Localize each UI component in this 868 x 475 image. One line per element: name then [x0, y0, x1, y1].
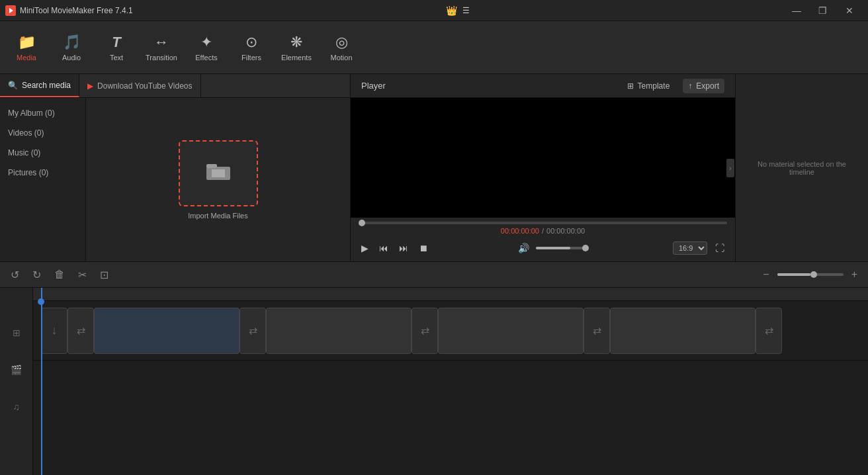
- toolbar-motion-label: Motion: [330, 54, 352, 62]
- menu-icon[interactable]: ☰: [462, 6, 470, 15]
- text-icon: T: [112, 34, 120, 51]
- import-media-box[interactable]: [179, 140, 258, 206]
- sidebar-item-music[interactable]: Music (0): [0, 143, 85, 163]
- progress-bar[interactable]: [359, 222, 727, 224]
- cut-button[interactable]: ✂: [75, 266, 89, 284]
- youtube-tab[interactable]: ▶ Download YouTube Videos: [79, 74, 200, 97]
- sidebar-item-album[interactable]: My Album (0): [0, 103, 85, 123]
- export-icon: ↑: [688, 81, 692, 91]
- motion-icon: ◎: [335, 34, 348, 51]
- volume-area: 🔊: [515, 240, 589, 256]
- video-segment-4[interactable]: [610, 308, 756, 354]
- zoom-out-button[interactable]: −: [760, 266, 771, 283]
- toolbar-text[interactable]: T Text: [95, 24, 138, 71]
- player-header: Player ⊞ Template ↑ Export: [351, 74, 735, 98]
- timeline: ⊞ 🎬 ♫ ↓ ⇄ ⇄ ⇄ ⇄ ⇄: [0, 288, 868, 475]
- toolbar-transition[interactable]: ↔ Transition: [140, 24, 183, 71]
- add-video-segment-button[interactable]: ↓: [41, 308, 67, 354]
- elements-icon: ❋: [290, 34, 302, 51]
- stop-button[interactable]: ⏹: [416, 240, 431, 256]
- crop-button[interactable]: ⊡: [97, 266, 111, 284]
- volume-slider[interactable]: [536, 247, 589, 249]
- volume-knob[interactable]: [582, 245, 589, 251]
- volume-icon[interactable]: 🔊: [515, 240, 532, 256]
- toolbar-motion[interactable]: ◎ Motion: [320, 24, 363, 71]
- youtube-icon: ▶: [87, 81, 93, 91]
- toolbar-filters-label: Filters: [241, 54, 261, 62]
- video-segment-3[interactable]: [438, 308, 584, 354]
- media-tabs: 🔍 Search media ▶ Download YouTube Videos: [0, 74, 350, 98]
- volume-fill: [536, 247, 570, 249]
- playback-buttons: ▶ ⏮ ⏭ ⏹: [359, 240, 431, 256]
- zoom-knob[interactable]: [810, 271, 817, 278]
- add-track-icon[interactable]: ⊞: [13, 327, 21, 338]
- time-total: 00:00:00:00: [546, 227, 585, 235]
- video-preview: [351, 98, 735, 218]
- folder-icon: [206, 161, 230, 185]
- toolbar-effects[interactable]: ✦ Effects: [185, 24, 228, 71]
- transition-segment-5[interactable]: ⇄: [756, 308, 782, 354]
- search-media-tab[interactable]: 🔍 Search media: [0, 74, 79, 97]
- template-button[interactable]: ⊞ Template: [622, 79, 675, 93]
- restore-button[interactable]: ❐: [810, 0, 836, 21]
- export-button[interactable]: ↑ Export: [683, 79, 724, 93]
- toolbar-elements[interactable]: ❋ Elements: [275, 24, 318, 71]
- sidebar-item-pictures[interactable]: Pictures (0): [0, 163, 85, 183]
- close-button[interactable]: ✕: [836, 0, 863, 21]
- content-wrapper: 🔍 Search media ▶ Download YouTube Videos…: [0, 74, 868, 261]
- undo-button[interactable]: ↺: [8, 266, 22, 284]
- next-frame-button[interactable]: ⏭: [396, 240, 411, 256]
- timeline-main: ↓ ⇄ ⇄ ⇄ ⇄ ⇄: [33, 288, 868, 475]
- toolbar: 📁 Media 🎵 Audio T Text ↔ Transition ✦ Ef…: [0, 21, 868, 74]
- video-segment-1[interactable]: [94, 308, 239, 354]
- transition-segment-2[interactable]: ⇄: [239, 308, 266, 354]
- timeline-left-tools: ↺ ↻ 🗑 ✂ ⊡: [8, 266, 111, 284]
- transition-segment-4[interactable]: ⇄: [584, 308, 610, 354]
- title-bar-left: MiniTool MovieMaker Free 7.4.1: [5, 5, 133, 16]
- audio-track: [33, 361, 868, 394]
- aspect-ratio-select[interactable]: 16:9 9:16 4:3 1:1: [673, 241, 707, 255]
- zoom-slider[interactable]: [777, 273, 844, 276]
- effects-icon: ✦: [200, 34, 212, 51]
- player-controls: ▶ ⏮ ⏭ ⏹ 🔊 16:9 9:16 4:3: [351, 238, 735, 261]
- playhead[interactable]: [41, 288, 42, 475]
- filters-icon: ⊙: [245, 34, 257, 51]
- play-button[interactable]: ▶: [359, 240, 371, 256]
- sidebar-item-videos[interactable]: Videos (0): [0, 123, 85, 143]
- audio-track-icon: ♫: [13, 402, 20, 412]
- video-segment-2[interactable]: [266, 308, 412, 354]
- time-current: 00:00:00:00: [501, 227, 539, 235]
- zoom-in-button[interactable]: +: [849, 266, 860, 283]
- template-label: Template: [638, 81, 670, 91]
- transition-segment-1[interactable]: ⇄: [67, 308, 94, 354]
- export-label: Export: [696, 81, 719, 91]
- transition-segment-3[interactable]: ⇄: [412, 308, 438, 354]
- svg-rect-4: [212, 169, 225, 177]
- audio-icon: 🎵: [63, 34, 81, 51]
- progress-handle[interactable]: [359, 220, 365, 226]
- video-track-icon: 🎬: [11, 365, 22, 375]
- right-panel-collapse-button[interactable]: ›: [726, 159, 734, 177]
- video-track: ↓ ⇄ ⇄ ⇄ ⇄ ⇄: [33, 301, 868, 361]
- title-bar-extras: 👑 ☰: [446, 5, 470, 16]
- template-icon: ⊞: [627, 81, 634, 91]
- prev-frame-button[interactable]: ⏮: [376, 240, 391, 256]
- fullscreen-button[interactable]: ⛶: [713, 240, 727, 256]
- toolbar-media[interactable]: 📁 Media: [5, 24, 48, 71]
- toolbar-audio[interactable]: 🎵 Audio: [50, 24, 93, 71]
- player-panel: Player ⊞ Template ↑ Export: [351, 74, 736, 261]
- media-sidebar: My Album (0) Videos (0) Music (0) Pictur…: [0, 98, 86, 261]
- toolbar-filters[interactable]: ⊙ Filters: [230, 24, 273, 71]
- minimize-button[interactable]: —: [783, 0, 810, 21]
- player-progress: 00:00:00:00 / 00:00:00:00: [351, 218, 735, 238]
- time-display: 00:00:00:00 / 00:00:00:00: [359, 227, 727, 235]
- toolbar-audio-label: Audio: [62, 54, 81, 62]
- redo-button[interactable]: ↻: [30, 266, 44, 284]
- toolbar-text-label: Text: [110, 54, 123, 62]
- delete-button[interactable]: 🗑: [52, 266, 67, 283]
- import-media-label: Import Media Files: [188, 212, 247, 220]
- title-bar: MiniTool MovieMaker Free 7.4.1 👑 ☰ — ❐ ✕: [0, 0, 868, 21]
- left-panel: 🔍 Search media ▶ Download YouTube Videos…: [0, 74, 351, 261]
- timeline-ruler: [33, 288, 868, 301]
- zoom-fill: [777, 273, 810, 276]
